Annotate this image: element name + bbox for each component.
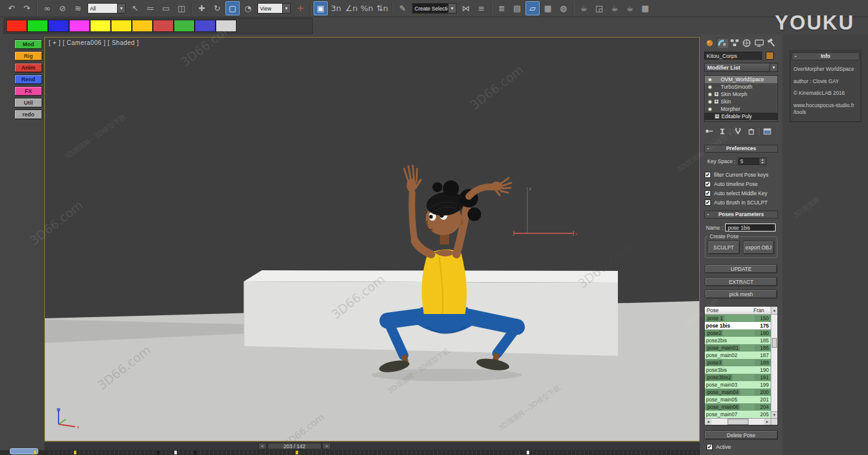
modifier-stack-item[interactable]: +Editable Poly <box>705 113 777 120</box>
pose-list-vscrollbar[interactable]: ▼ <box>771 315 777 418</box>
window-crossing-icon[interactable]: ◫ <box>174 1 189 15</box>
show-end-result-icon[interactable] <box>717 127 728 136</box>
expand-icon[interactable]: + <box>714 92 719 97</box>
select-and-manipulate-icon[interactable]: ✛ <box>293 1 307 15</box>
render-iterative-icon[interactable]: ☕ <box>623 1 637 15</box>
animation-key[interactable] <box>194 451 197 454</box>
delete-pose-button[interactable]: Delete Pose <box>704 430 778 440</box>
object-name-field[interactable] <box>704 52 762 60</box>
pose-table-row[interactable]: pose 1bis175 <box>705 322 771 329</box>
expand-icon[interactable]: + <box>715 114 720 119</box>
pin-stack-icon[interactable] <box>704 127 715 136</box>
pose-table-row[interactable]: pose3bis2191 <box>705 374 771 381</box>
named-selection-sets-icon[interactable]: ✎ <box>395 1 410 15</box>
scroll-right-icon[interactable]: ► <box>764 419 771 425</box>
checkbox-checked-icon[interactable]: ✔ <box>705 190 711 196</box>
select-by-name-icon[interactable]: ≔ <box>144 1 158 15</box>
shelf-button-anim[interactable]: Anim <box>14 63 43 73</box>
color-swatch-7[interactable] <box>153 20 174 32</box>
select-and-link-icon[interactable]: ∞ <box>40 1 54 15</box>
scroll-down-icon[interactable]: ▼ <box>771 411 777 418</box>
animation-key[interactable] <box>34 451 36 454</box>
selection-filter-dropdown[interactable]: All▼ <box>87 3 126 14</box>
modifier-stack-item[interactable]: TurboSmooth <box>705 83 777 91</box>
select-and-scale-icon[interactable]: ▢ <box>225 1 240 15</box>
pick-mesh-button[interactable]: pick mesh <box>705 289 777 299</box>
pose-list-hscrollbar[interactable]: ◄ ► <box>705 418 771 425</box>
color-swatch-10[interactable] <box>216 20 237 32</box>
pose-table-row[interactable]: pose 1150 <box>705 315 771 322</box>
render-setup-icon[interactable]: ☕ <box>577 1 591 15</box>
color-swatch-8[interactable] <box>174 20 195 32</box>
scroll-left-icon[interactable]: ◄ <box>705 419 712 425</box>
modifier-stack-item[interactable]: Morpher <box>705 105 777 113</box>
lightbulb-icon[interactable] <box>708 85 712 89</box>
use-pivot-point-icon[interactable]: ◔ <box>241 1 255 15</box>
time-slider[interactable]: < 203 / 142 > <box>44 441 700 450</box>
redo-icon[interactable]: ↷ <box>20 1 34 15</box>
graphite-ribbon-icon[interactable]: ▤ <box>510 1 524 15</box>
animation-key[interactable] <box>296 451 298 454</box>
frame-readout[interactable]: 203 / 142 <box>267 443 322 449</box>
pose-table-row[interactable]: pose_main05201 <box>705 396 771 403</box>
object-color-swatch[interactable] <box>766 52 774 60</box>
shelf-button-fx[interactable]: FX <box>14 86 43 96</box>
collapse-icon[interactable]: - <box>707 211 709 218</box>
chevron-down-icon[interactable]: ▼ <box>117 4 125 13</box>
spinner-arrows-icon[interactable]: ▲▼ <box>760 158 766 164</box>
color-swatch-1[interactable] <box>27 20 48 32</box>
vscroll-thumb[interactable] <box>772 338 777 348</box>
checkbox-checked-icon[interactable]: ✔ <box>705 199 711 206</box>
color-swatch-9[interactable] <box>195 20 216 32</box>
select-object-icon[interactable]: ↖ <box>128 1 142 15</box>
preferences-header[interactable]: - Preferences <box>704 145 778 153</box>
pose-table-row[interactable]: pose_main04200 <box>705 389 771 396</box>
chevron-down-icon[interactable]: ▼ <box>448 4 456 13</box>
pose-table-row[interactable]: pose_main02187 <box>705 352 771 359</box>
shelf-button-redo[interactable]: redo <box>14 110 43 119</box>
curve-editor-icon[interactable]: ▱ <box>525 1 540 15</box>
pose-table-row[interactable]: pose3188 <box>705 359 771 366</box>
pose-column-header[interactable]: Pose <box>705 307 753 314</box>
info-header[interactable]: - Info <box>792 52 859 60</box>
material-editor-icon[interactable]: ◍ <box>556 1 570 15</box>
select-and-rotate-icon[interactable]: ↻ <box>210 1 224 15</box>
tab-create-icon[interactable] <box>704 38 716 48</box>
angle-snap-icon[interactable]: ∠n <box>344 1 359 15</box>
checkbox-checked-icon[interactable]: ✔ <box>705 172 711 178</box>
pose-table-row[interactable]: pose_main06204 <box>705 403 771 411</box>
tab-hierarchy-icon[interactable] <box>729 38 740 48</box>
animation-key[interactable] <box>174 451 177 454</box>
lightbulb-icon[interactable] <box>708 92 712 97</box>
tab-motion-icon[interactable] <box>741 38 753 48</box>
sculpt-button[interactable]: SCULPT <box>708 241 740 254</box>
modifier-stack-item[interactable]: +Skin Morph <box>705 91 777 98</box>
pose-table-row[interactable]: pose2180 <box>705 329 771 337</box>
rendered-frame-window-icon[interactable]: ◲ <box>592 1 606 15</box>
tab-display-icon[interactable] <box>753 38 765 48</box>
chevron-down-icon[interactable]: ▼ <box>282 4 290 13</box>
viewport-3d[interactable]: z x <box>44 37 700 441</box>
lightbulb-icon[interactable] <box>708 78 712 82</box>
export-obj-button[interactable]: export OBJ <box>743 241 775 254</box>
pose-table-row[interactable]: pose2bis185 <box>705 337 771 344</box>
modifier-stack-item[interactable]: +Skin <box>705 98 777 105</box>
lightbulb-icon[interactable] <box>708 107 712 111</box>
undo-icon[interactable]: ↶ <box>4 1 18 15</box>
active-checkbox[interactable]: ✔ <box>707 444 713 450</box>
color-swatch-6[interactable] <box>132 20 153 32</box>
prev-frame-button[interactable]: < <box>258 443 267 449</box>
color-swatch-2[interactable] <box>48 20 69 32</box>
collapse-icon[interactable]: - <box>795 53 797 60</box>
named-selection-dropdown[interactable]: Create Selection Se▼ <box>412 3 456 14</box>
shelf-button-rig[interactable]: Rig <box>14 51 43 61</box>
pose-table-row[interactable]: pose3bis190 <box>705 366 771 374</box>
pose-name-field[interactable] <box>725 223 776 232</box>
spinner-snap-icon[interactable]: ⇅n <box>375 1 389 15</box>
color-swatch-0[interactable] <box>6 20 27 32</box>
pose-table-row[interactable]: pose_main01186 <box>705 344 771 352</box>
scroll-up-icon[interactable]: ▲ <box>771 307 777 315</box>
chevron-down-icon[interactable]: ▼ <box>769 63 777 71</box>
update-button[interactable]: UPDATE <box>705 264 777 273</box>
mirror-icon[interactable]: ⋈ <box>459 1 473 15</box>
